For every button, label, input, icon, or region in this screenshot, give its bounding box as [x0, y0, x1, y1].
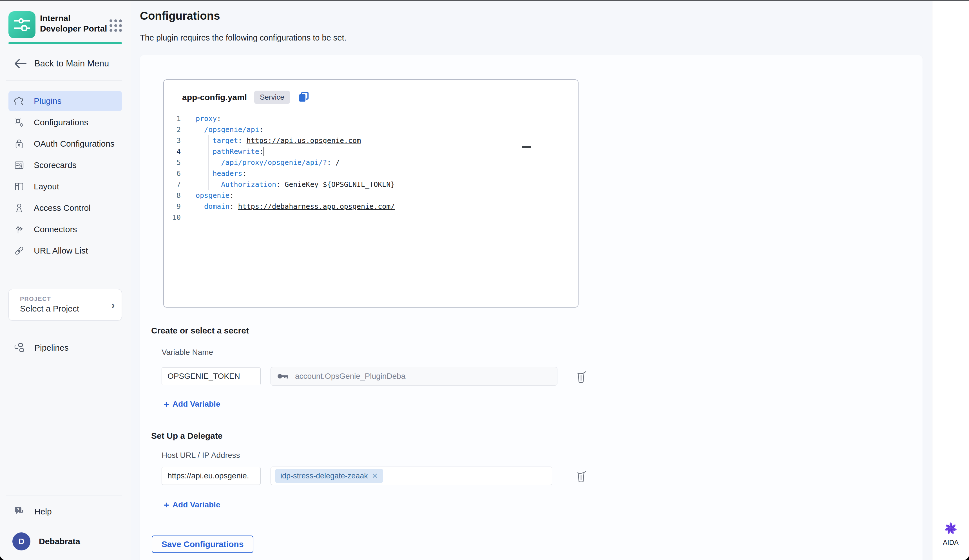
code-lines: 1proxy:2 /opsgenie/api:3 target: https:/… [164, 113, 578, 223]
user-menu[interactable]: D Debabrata [12, 532, 80, 550]
variable-name-label: Variable Name [162, 348, 213, 357]
add-variable-label: Add Variable [173, 500, 220, 509]
code-line[interactable]: 8opsgenie: [164, 190, 578, 201]
code-line[interactable]: 6 headers: [164, 168, 578, 179]
code-line[interactable]: 9 domain: https://debaharness.app.opsgen… [164, 201, 578, 212]
delegate-chip-label: idp-stress-delegate-zeaak [280, 472, 368, 480]
chevron-right-icon: › [111, 299, 115, 312]
service-badge: Service [254, 91, 290, 104]
help-label: Help [34, 507, 52, 517]
page-title: Configurations [140, 10, 220, 22]
add-variable-secret[interactable]: + Add Variable [163, 400, 220, 409]
sidebar-item-label: URL Allow List [34, 246, 88, 256]
sidebar-item-layout[interactable]: Layout [0, 176, 131, 197]
sidebar-item-label: Connectors [34, 224, 77, 234]
delete-secret-row-icon[interactable] [575, 370, 587, 383]
secret-select-field[interactable]: account.OpsGenie_PluginDeba [271, 367, 558, 386]
project-value: Select a Project [20, 304, 79, 314]
copy-icon[interactable] [297, 91, 310, 104]
delete-delegate-row-icon[interactable] [575, 469, 587, 483]
chip-close-icon[interactable]: ✕ [372, 472, 378, 480]
code-line[interactable]: 1proxy: [164, 113, 578, 124]
sidebar-item-access-control[interactable]: Access Control [0, 197, 131, 219]
plus-icon: + [163, 400, 169, 408]
split-arrow-icon [13, 224, 25, 235]
back-label: Back to Main Menu [34, 58, 109, 69]
code-line[interactable]: 7 Authorization: GenieKey ${OPSGENIE_TOK… [164, 179, 578, 190]
code-line[interactable]: 3 target: https://api.us.opsgenie.com [164, 135, 578, 146]
gears-icon [13, 117, 25, 128]
link-icon [13, 245, 25, 256]
back-arrow-icon [13, 58, 27, 69]
variable-name-input[interactable]: OPSGENIE_TOKEN [162, 367, 261, 385]
delegate-chip: idp-stress-delegate-zeaak ✕ [275, 469, 383, 483]
host-url-input[interactable]: https://api.eu.opsgenie. [162, 467, 261, 485]
divider [6, 80, 122, 81]
pipelines-label: Pipelines [34, 343, 69, 352]
aida-icon [943, 520, 959, 536]
add-variable-label: Add Variable [173, 400, 220, 409]
back-to-main-menu[interactable]: Back to Main Menu [13, 57, 109, 70]
app-switcher-icon[interactable] [108, 17, 124, 34]
sidebar-item-url-allow-list[interactable]: URL Allow List [0, 240, 131, 261]
sidebar-item-configurations[interactable]: Configurations [0, 112, 131, 133]
sidebar: Internal Developer Portal Back to Main M… [0, 1, 131, 560]
right-rail: AIDA [932, 1, 969, 560]
text-cursor [263, 147, 264, 156]
sidebar-item-plugins[interactable]: Plugins [0, 90, 131, 112]
pipelines-icon [13, 343, 25, 353]
code-area[interactable]: 1proxy:2 /opsgenie/api:3 target: https:/… [164, 113, 578, 307]
yaml-editor[interactable]: app-config.yaml Service 1proxy:2 /opsgen… [163, 79, 579, 307]
window-top-edge [0, 0, 969, 1]
configurations-panel: app-config.yaml Service 1proxy:2 /opsgen… [140, 55, 922, 560]
idp-logo-icon [13, 16, 30, 33]
project-label: PROJECT [20, 296, 51, 302]
help-chat-icon: ? [13, 506, 25, 517]
app-window: Internal Developer Portal Back to Main M… [0, 0, 969, 560]
puzzle-icon [13, 95, 25, 106]
page-subtitle: The plugin requires the following config… [140, 33, 346, 43]
sidebar-item-label: OAuth Configurations [34, 139, 115, 149]
sidebar-item-connectors[interactable]: Connectors [0, 219, 131, 240]
code-line[interactable]: 4 pathRewrite: [164, 146, 578, 157]
sidebar-item-label: Layout [34, 182, 59, 191]
sidebar-item-label: Configurations [34, 118, 88, 127]
code-line[interactable]: 5 /api/proxy/opsgenie/api/?: / [164, 157, 578, 168]
main-content: Configurations The plugin requires the f… [131, 1, 932, 560]
help-button[interactable]: ? Help [13, 504, 52, 520]
person-icon [13, 202, 25, 214]
sidebar-nav: Plugins Configurations [0, 90, 131, 261]
sidebar-item-scorecards[interactable]: Scorecards [0, 155, 131, 176]
secret-value: account.OpsGenie_PluginDeba [295, 372, 405, 381]
app-title: Internal Developer Portal [40, 13, 108, 34]
lock-icon [13, 138, 25, 150]
avatar: D [12, 532, 30, 550]
sidebar-item-label: Access Control [34, 203, 91, 213]
delegate-section-heading: Set Up a Delegate [151, 431, 222, 441]
sidebar-item-label: Plugins [34, 96, 62, 106]
sidebar-item-oauth-configurations[interactable]: OAuth Configurations [0, 133, 131, 155]
aida-label: AIDA [943, 538, 959, 547]
add-variable-delegate[interactable]: + Add Variable [163, 500, 220, 509]
brand-divider [8, 42, 122, 44]
app-logo [8, 11, 35, 38]
plus-icon: + [163, 501, 169, 509]
project-selector[interactable]: PROJECT Select a Project › [8, 289, 122, 321]
sidebar-item-pipelines[interactable]: Pipelines [13, 338, 69, 358]
host-url-label: Host URL / IP Address [162, 451, 240, 460]
scorecard-icon [13, 160, 25, 171]
key-icon [278, 373, 289, 379]
editor-filename: app-config.yaml [182, 93, 247, 102]
aida-button[interactable]: AIDA [932, 520, 969, 547]
svg-text:?: ? [17, 507, 20, 512]
delegate-select-field[interactable]: idp-stress-delegate-zeaak ✕ [271, 467, 552, 485]
code-line[interactable]: 2 /opsgenie/api: [164, 124, 578, 135]
layout-icon [13, 181, 25, 192]
code-line[interactable]: 10 [164, 212, 578, 223]
sidebar-item-label: Scorecards [34, 160, 77, 170]
divider [6, 495, 122, 496]
secret-section-heading: Create or select a secret [151, 326, 249, 336]
save-configurations-button[interactable]: Save Configurations [152, 535, 253, 553]
divider [6, 273, 122, 273]
user-name: Debabrata [39, 537, 80, 546]
